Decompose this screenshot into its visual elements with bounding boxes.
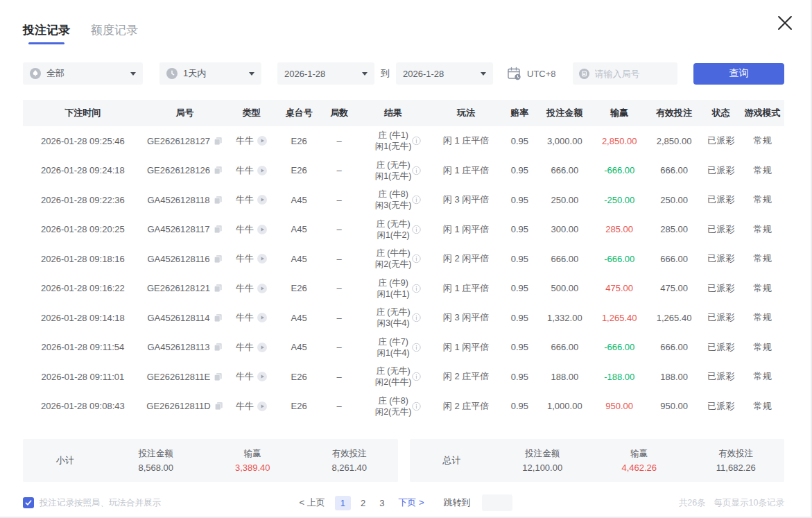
game-type-cell: 牛牛 <box>227 392 275 422</box>
timezone-value: UTC+8 <box>527 69 556 79</box>
win-loss: -188.00 <box>592 362 647 392</box>
result-cell: 庄 (牛9) 闲1(牛1) <box>356 274 431 304</box>
tab-bet-records[interactable]: 投注记录 <box>23 22 70 44</box>
copy-icon[interactable] <box>214 313 223 322</box>
info-icon[interactable] <box>412 166 421 175</box>
round-number-icon <box>579 69 589 79</box>
result-cell: 庄 (牛8) 闲2(无牛) <box>356 392 431 422</box>
result-banker: 庄 (无牛) <box>375 159 412 171</box>
bet-time: 2026-01-28 09:14:18 <box>23 303 143 333</box>
info-icon[interactable] <box>412 196 421 205</box>
video-play-icon[interactable] <box>257 372 267 381</box>
round-id-cell: GE2626128121 <box>143 274 227 304</box>
date-to-select[interactable]: 2026-1-28 <box>396 62 493 85</box>
info-icon[interactable] <box>412 225 421 234</box>
subtotal-winloss-label: 输赢 <box>205 448 302 460</box>
video-play-icon[interactable] <box>257 343 267 352</box>
copy-icon[interactable] <box>214 137 223 146</box>
game-mode: 常规 <box>741 333 784 363</box>
video-play-icon[interactable] <box>257 195 267 205</box>
subtotal-label: 小计 <box>23 454 107 467</box>
video-play-icon[interactable] <box>257 254 267 264</box>
info-icon[interactable] <box>412 343 421 352</box>
result-banker: 庄 (牛8) <box>375 395 412 406</box>
game-type-select[interactable]: 全部 <box>23 62 143 85</box>
time-range-select[interactable]: 1天内 <box>159 62 261 85</box>
game-mode: 常规 <box>741 274 784 304</box>
jump-page-input[interactable] <box>482 494 512 511</box>
table-number: A45 <box>276 333 322 363</box>
info-icon[interactable] <box>412 372 421 381</box>
copy-icon[interactable] <box>214 284 223 293</box>
video-play-icon[interactable] <box>257 313 267 322</box>
column-header-12: 游戏模式 <box>741 100 784 126</box>
round-count: – <box>322 274 356 304</box>
info-icon[interactable] <box>412 284 421 293</box>
page-button-3[interactable]: 3 <box>375 496 388 510</box>
column-header-8: 投注金额 <box>537 100 592 126</box>
bet-time: 2026-01-28 09:11:54 <box>23 333 143 363</box>
game-type-cell: 牛牛 <box>227 303 275 333</box>
win-loss: -666.00 <box>592 156 647 186</box>
bet-time: 2026-01-28 09:20:25 <box>23 215 143 245</box>
merge-checkbox[interactable] <box>23 497 34 508</box>
total-label: 总计 <box>410 454 494 467</box>
copy-icon[interactable] <box>214 372 223 381</box>
result-cell: 庄 (无牛) 闲3(牛4) <box>356 303 431 333</box>
copy-icon[interactable] <box>214 402 223 411</box>
next-page-button[interactable]: 下页 > <box>394 494 428 511</box>
table-row: 2026-01-28 09:11:01 GE262612811E 牛牛 <box>23 362 784 392</box>
win-loss: 950.00 <box>592 392 647 422</box>
info-icon[interactable] <box>412 254 421 264</box>
timezone-control[interactable]: UTC+8 <box>507 67 556 80</box>
video-play-icon[interactable] <box>257 166 267 175</box>
video-play-icon[interactable] <box>257 284 267 293</box>
info-icon[interactable] <box>412 137 421 146</box>
round-id: GE262612811E <box>147 372 211 382</box>
result-player: 闲3(无牛) <box>375 200 412 211</box>
total-bet-value: 12,100.00 <box>494 463 591 473</box>
round-id-cell: GA4526128117 <box>143 215 227 245</box>
odds: 0.95 <box>502 244 537 274</box>
status: 已派彩 <box>702 303 741 333</box>
round-id-cell: GA4526128114 <box>143 303 227 333</box>
win-loss: 1,265.40 <box>592 303 647 333</box>
valid-bet: 250.00 <box>647 185 702 215</box>
query-button[interactable]: 查询 <box>693 63 784 85</box>
records-per-page: 每页显示10条记录 <box>714 497 784 509</box>
page-button-1[interactable]: 1 <box>335 496 351 510</box>
copy-icon[interactable] <box>214 343 223 352</box>
tab-bar: 投注记录 额度记录 <box>23 0 784 44</box>
table-row: 2026-01-28 09:08:43 GE262612811D 牛牛 <box>23 392 784 422</box>
round-id: GE2626128126 <box>147 165 210 175</box>
valid-bet: 666.00 <box>647 333 702 363</box>
play-type: 闲 1 庄平倍 <box>430 156 501 186</box>
total-valid-value: 11,682.26 <box>688 463 785 473</box>
game-type: 牛牛 <box>236 341 254 354</box>
prev-page-button[interactable]: < 上页 <box>295 494 329 511</box>
page-button-2[interactable]: 2 <box>356 496 370 510</box>
video-play-icon[interactable] <box>257 225 267 234</box>
result-banker: 庄 (牛1) <box>375 130 412 141</box>
copy-icon[interactable] <box>214 254 223 264</box>
result-player: 闲1(牛4) <box>377 347 409 359</box>
merge-option: 投注记录按照局、玩法合并展示 <box>23 497 295 509</box>
game-type: 牛牛 <box>236 252 254 265</box>
play-type: 闲 2 庄平倍 <box>430 392 501 422</box>
info-icon[interactable] <box>412 402 421 411</box>
close-icon[interactable] <box>777 15 793 31</box>
chevron-down-icon <box>362 72 368 76</box>
status: 已派彩 <box>702 126 741 156</box>
video-play-icon[interactable] <box>257 136 267 146</box>
result-player: 闲1(牛1) <box>377 288 409 300</box>
date-from-select[interactable]: 2026-1-28 <box>277 62 374 85</box>
copy-icon[interactable] <box>214 225 223 234</box>
table-row: 2026-01-28 09:16:22 GE2626128121 牛牛 <box>23 274 784 304</box>
video-play-icon[interactable] <box>257 402 267 411</box>
copy-icon[interactable] <box>214 196 223 205</box>
round-id-cell: GE262612811D <box>143 392 227 422</box>
odds: 0.95 <box>502 333 537 363</box>
info-icon[interactable] <box>412 313 421 322</box>
copy-icon[interactable] <box>214 166 223 175</box>
tab-quota-records[interactable]: 额度记录 <box>91 22 138 44</box>
